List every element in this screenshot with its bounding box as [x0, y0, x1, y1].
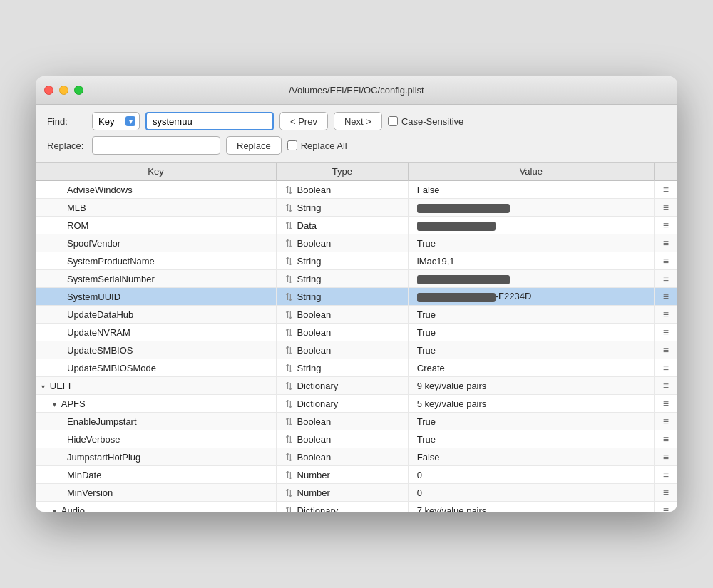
row-menu-icon[interactable]: ≡ [663, 487, 669, 498]
row-menu-icon[interactable]: ≡ [663, 380, 669, 391]
case-sensitive-checkbox[interactable] [388, 116, 398, 126]
key-cell: HideVerbose [36, 430, 276, 448]
case-sensitive-label[interactable]: Case-Sensitive [388, 116, 463, 127]
table-row[interactable]: UpdateNVRAM⇅ BooleanTrue≡ [36, 324, 677, 341]
find-label: Find: [47, 116, 86, 127]
table-row[interactable]: SpoofVendor⇅ BooleanTrue≡ [36, 234, 677, 252]
row-menu-icon[interactable]: ≡ [663, 309, 669, 320]
type-icon: ⇅ [285, 345, 296, 356]
key-cell: MinDate [36, 466, 276, 484]
row-menu-cell[interactable]: ≡ [654, 306, 677, 324]
type-cell: ⇅ Boolean [276, 430, 408, 448]
table-row[interactable]: MinVersion⇅ Number0≡ [36, 484, 677, 502]
row-menu-icon[interactable]: ≡ [663, 398, 669, 409]
table-row[interactable]: MLB⇅ String≡ [36, 199, 677, 217]
row-menu-icon[interactable]: ≡ [663, 184, 669, 195]
table-header: Key Type Value [36, 163, 677, 181]
row-menu-icon[interactable]: ≡ [663, 362, 669, 373]
table-row[interactable]: SystemUUID⇅ String-F2234D≡ [36, 288, 677, 306]
table-row[interactable]: JumpstartHotPlug⇅ BooleanFalse≡ [36, 448, 677, 466]
row-menu-cell[interactable]: ≡ [654, 199, 677, 217]
replace-all-checkbox[interactable] [287, 140, 297, 150]
replace-button[interactable]: Replace [226, 136, 282, 155]
table-row[interactable]: ▾ Audio⇅ Dictionary7 key/value pairs≡ [36, 502, 677, 512]
table-row[interactable]: ▾ UEFI⇅ Dictionary9 key/value pairs≡ [36, 377, 677, 395]
close-button[interactable] [44, 86, 53, 95]
row-menu-cell[interactable]: ≡ [654, 448, 677, 466]
value-cell: True [408, 234, 654, 252]
value-cell: Create [408, 359, 654, 377]
key-cell: UpdateSMBIOS [36, 341, 276, 359]
table-row[interactable]: EnableJumpstart⇅ BooleanTrue≡ [36, 413, 677, 430]
row-menu-cell[interactable]: ≡ [654, 359, 677, 377]
find-row: Find: Key Value < Prev Next > Case-Sensi… [47, 112, 666, 130]
replace-input[interactable] [92, 136, 220, 155]
type-icon: ⇅ [285, 202, 296, 213]
row-menu-cell[interactable]: ≡ [654, 377, 677, 395]
disclosure-icon[interactable]: ▾ [53, 401, 58, 408]
row-menu-cell[interactable]: ≡ [654, 288, 677, 306]
table-row[interactable]: MinDate⇅ Number0≡ [36, 466, 677, 484]
search-input[interactable] [145, 112, 274, 130]
table-row[interactable]: ▾ APFS⇅ Dictionary5 key/value pairs≡ [36, 395, 677, 413]
disclosure-icon[interactable]: ▾ [53, 507, 58, 512]
next-button[interactable]: Next > [334, 112, 382, 130]
type-icon: ⇅ [285, 274, 296, 284]
row-menu-cell[interactable]: ≡ [654, 502, 677, 512]
row-menu-cell[interactable]: ≡ [654, 413, 677, 430]
type-icon: ⇅ [285, 505, 296, 512]
row-menu-cell[interactable]: ≡ [654, 466, 677, 484]
table-row[interactable]: UpdateSMBIOSMode⇅ StringCreate≡ [36, 359, 677, 377]
row-menu-cell[interactable]: ≡ [654, 252, 677, 270]
type-cell: ⇅ String [276, 288, 408, 306]
minimize-button[interactable] [59, 86, 68, 95]
value-cell: True [408, 341, 654, 359]
table-row[interactable]: UpdateDataHub⇅ BooleanTrue≡ [36, 306, 677, 324]
type-cell: ⇅ Boolean [276, 448, 408, 466]
titlebar: /Volumes/EFI/EFI/OC/config.plist [36, 76, 677, 105]
row-menu-icon[interactable]: ≡ [663, 326, 669, 338]
find-type-dropdown[interactable]: Key Value [92, 112, 140, 130]
redacted-value [417, 293, 496, 302]
row-menu-cell[interactable]: ≡ [654, 484, 677, 502]
row-menu-cell[interactable]: ≡ [654, 181, 677, 199]
table-row[interactable]: UpdateSMBIOS⇅ BooleanTrue≡ [36, 341, 677, 359]
row-menu-icon[interactable]: ≡ [663, 291, 669, 302]
row-menu-icon[interactable]: ≡ [663, 220, 669, 231]
table-row[interactable]: SystemSerialNumber⇅ String≡ [36, 270, 677, 288]
row-menu-icon[interactable]: ≡ [663, 344, 669, 356]
row-menu-cell[interactable]: ≡ [654, 395, 677, 413]
prev-button[interactable]: < Prev [279, 112, 328, 130]
row-menu-cell[interactable]: ≡ [654, 270, 677, 288]
row-menu-icon[interactable]: ≡ [663, 202, 669, 213]
maximize-button[interactable] [74, 86, 83, 95]
key-cell: UpdateDataHub [36, 306, 276, 324]
table-row[interactable]: SystemProductName⇅ StringiMac19,1≡ [36, 252, 677, 270]
row-menu-icon[interactable]: ≡ [663, 469, 669, 480]
row-menu-cell[interactable]: ≡ [654, 430, 677, 448]
value-cell: True [408, 324, 654, 341]
type-icon: ⇅ [285, 470, 296, 480]
row-menu-icon[interactable]: ≡ [663, 433, 669, 445]
table-row[interactable]: AdviseWindows⇅ BooleanFalse≡ [36, 181, 677, 199]
row-menu-icon[interactable]: ≡ [663, 416, 669, 427]
type-cell: ⇅ Dictionary [276, 502, 408, 512]
row-menu-cell[interactable]: ≡ [654, 324, 677, 341]
type-icon: ⇅ [285, 238, 296, 249]
row-menu-icon[interactable]: ≡ [663, 273, 669, 284]
type-cell: ⇅ String [276, 199, 408, 217]
replace-all-label[interactable]: Replace All [287, 140, 347, 151]
row-menu-icon[interactable]: ≡ [663, 237, 669, 249]
row-menu-icon[interactable]: ≡ [663, 505, 669, 512]
row-menu-cell[interactable]: ≡ [654, 341, 677, 359]
table-row[interactable]: ROM⇅ Data≡ [36, 217, 677, 234]
type-icon: ⇅ [285, 363, 296, 373]
row-menu-cell[interactable]: ≡ [654, 234, 677, 252]
row-menu-icon[interactable]: ≡ [663, 255, 669, 267]
row-menu-icon[interactable]: ≡ [663, 451, 669, 463]
row-menu-cell[interactable]: ≡ [654, 217, 677, 234]
header-key: Key [36, 163, 276, 181]
disclosure-icon[interactable]: ▾ [41, 383, 47, 391]
header-value: Value [408, 163, 654, 181]
table-row[interactable]: HideVerbose⇅ BooleanTrue≡ [36, 430, 677, 448]
